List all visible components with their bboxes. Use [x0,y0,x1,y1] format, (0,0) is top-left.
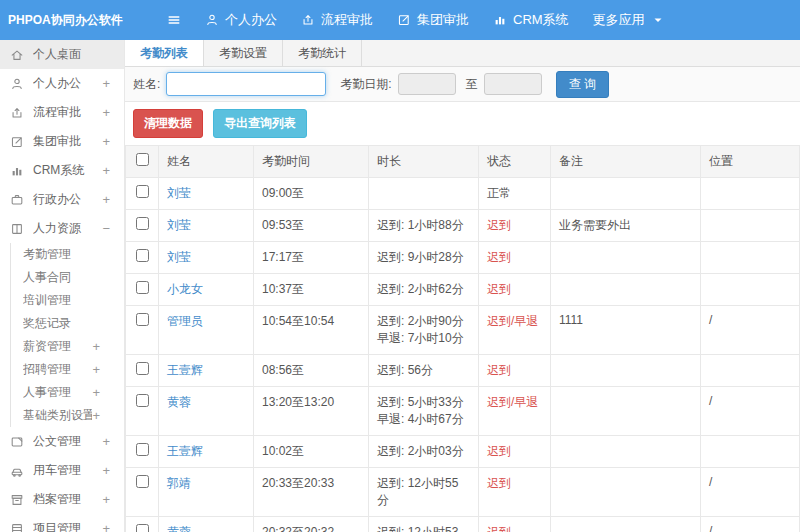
sidebar-item-2[interactable]: 流程审批+ [0,98,124,127]
nav-item-4[interactable]: 更多应用 [593,11,665,29]
sidebar-item-4[interactable]: CRM系统+ [0,156,124,185]
row-checkbox[interactable] [136,362,149,375]
location-cell [701,210,800,242]
sidebar-subitem-7[interactable]: 基础类别设置+ [11,404,124,427]
name-input[interactable] [166,72,326,96]
employee-name-link[interactable]: 郭靖 [167,476,191,490]
tab-0[interactable]: 考勤列表 [125,40,204,66]
nav-item-1[interactable]: 流程审批 [301,11,373,29]
export-list-button[interactable]: 导出查询列表 [213,109,307,138]
sidebar-item-7[interactable]: 公文管理+ [0,427,124,456]
nav-item-2[interactable]: 集团审批 [397,11,469,29]
select-all-checkbox[interactable] [136,153,149,166]
name-cell: 王壹辉 [159,436,254,468]
name-cell: 王壹辉 [159,355,254,387]
duration-cell: 迟到: 2小时90分早退: 7小时10分 [369,306,479,355]
sidebar-item-6[interactable]: 人力资源− [0,214,124,243]
row-checkbox[interactable] [136,313,149,326]
name-cell: 郭靖 [159,468,254,517]
expand-icon: + [92,339,100,354]
employee-name-link[interactable]: 王壹辉 [167,444,203,458]
sidebar-item-0[interactable]: 个人桌面 [0,40,124,69]
date-to-input[interactable] [484,73,542,95]
expand-icon: + [102,105,110,120]
table-row-0: 刘莹09:00至正常 [126,178,800,210]
employee-name-link[interactable]: 管理员 [167,314,203,328]
sidebar-subitem-6[interactable]: 人事管理+ [11,381,124,404]
sidebar-item-9[interactable]: 档案管理+ [0,485,124,514]
sidebar-subitem-3[interactable]: 奖惩记录 [11,312,124,335]
hamburger-menu-icon[interactable] [167,13,181,27]
row-checkbox[interactable] [136,524,149,532]
row-checkbox[interactable] [136,443,149,456]
sidebar-subitem-0[interactable]: 考勤管理 [11,243,124,266]
name-cell: 刘莹 [159,242,254,274]
nav-item-3[interactable]: CRM系统 [493,11,569,29]
row-checkbox[interactable] [136,185,149,198]
sidebar-subitem-5[interactable]: 招聘管理+ [11,358,124,381]
sidebar-item-5[interactable]: 行政办公+ [0,185,124,214]
row-checkbox[interactable] [136,217,149,230]
employee-name-link[interactable]: 刘莹 [167,250,191,264]
chart-icon [493,13,507,27]
sidebar-item-10[interactable]: 项目管理+ [0,514,124,532]
column-header: 位置 [701,146,800,178]
employee-name-link[interactable]: 王壹辉 [167,363,203,377]
clean-data-button[interactable]: 清理数据 [133,109,203,138]
share-icon [301,13,315,27]
expand-icon: + [102,76,110,91]
select-all-header-cell [126,146,159,178]
sidebar-item-8[interactable]: 用车管理+ [0,456,124,485]
project-icon [10,522,26,532]
sidebar-subitem-label: 基础类别设置 [23,407,92,424]
tab-2[interactable]: 考勤统计 [283,40,362,66]
nav-item-label: 流程审批 [321,11,373,29]
employee-name-link[interactable]: 刘莹 [167,186,191,200]
row-checkbox[interactable] [136,281,149,294]
table-row-2: 刘莹17:17至迟到: 9小时28分迟到 [126,242,800,274]
sidebar-subitem-label: 招聘管理 [23,361,92,378]
table-row-4: 管理员10:54至10:54迟到: 2小时90分早退: 7小时10分迟到/早退1… [126,306,800,355]
sidebar-subitem-2[interactable]: 培训管理 [11,289,124,312]
duration-cell: 迟到: 12小时53分 [369,517,479,532]
status-cell: 迟到 [479,210,551,242]
remark-cell: 1111 [551,306,701,355]
status-badge: 迟到 [487,525,511,532]
employee-name-link[interactable]: 黄蓉 [167,525,191,532]
sidebar-subitem-label: 培训管理 [23,292,100,309]
sidebar-item-label: 集团审批 [33,133,102,150]
duration-cell: 迟到: 2小时03分 [369,436,479,468]
time-cell: 09:53至 [254,210,369,242]
row-checkbox[interactable] [136,249,149,262]
attendance-date-label: 考勤日期: [340,76,391,93]
remark-cell [551,178,701,210]
duration-line: 迟到: 1小时88分 [377,217,470,234]
remark-cell [551,436,701,468]
status-cell: 迟到/早退 [479,387,551,436]
row-checkbox[interactable] [136,475,149,488]
tab-1[interactable]: 考勤设置 [204,40,283,66]
sidebar-item-label: 项目管理 [33,520,102,532]
time-cell: 09:00至 [254,178,369,210]
row-checkbox[interactable] [136,394,149,407]
employee-name-link[interactable]: 小龙女 [167,282,203,296]
top-navbar: PHPOA协同办公软件 个人办公流程审批集团审批CRM系统更多应用 [0,0,800,40]
sidebar-item-1[interactable]: 个人办公+ [0,69,124,98]
employee-name-link[interactable]: 刘莹 [167,218,191,232]
duration-cell: 迟到: 12小时55分 [369,468,479,517]
location-cell [701,436,800,468]
home-icon [10,48,26,62]
location-cell [701,242,800,274]
nav-item-0[interactable]: 个人办公 [205,11,277,29]
briefcase-icon [10,193,26,207]
row-checkbox-cell [126,468,159,517]
sidebar-subitem-1[interactable]: 人事合同 [11,266,124,289]
name-cell: 黄蓉 [159,517,254,532]
query-button[interactable]: 查 询 [556,71,609,98]
table-row-6: 黄蓉13:20至13:20迟到: 5小时33分早退: 4小时67分迟到/早退/ [126,387,800,436]
sidebar-item-label: 人力资源 [33,220,102,237]
employee-name-link[interactable]: 黄蓉 [167,395,191,409]
date-from-input[interactable] [398,73,456,95]
sidebar-subitem-4[interactable]: 薪资管理+ [11,335,124,358]
sidebar-item-3[interactable]: 集团审批+ [0,127,124,156]
